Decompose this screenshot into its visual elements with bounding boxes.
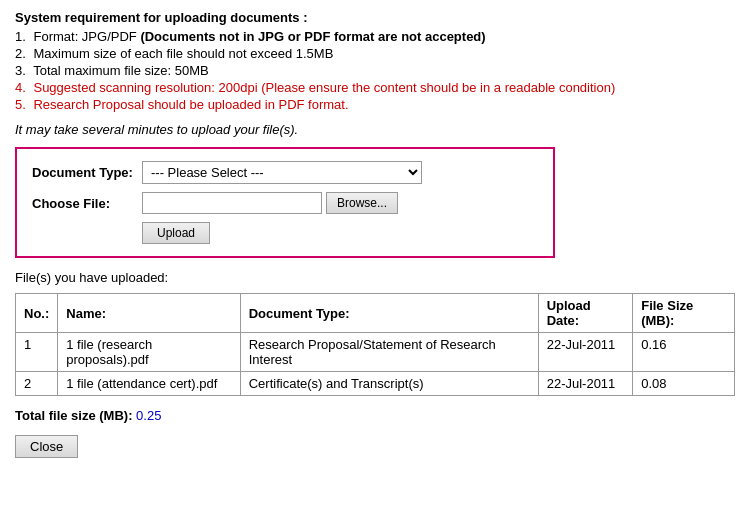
requirements-list: 1. Format: JPG/PDF (Documents not in JPG…	[15, 29, 737, 112]
cell-doc-type: Research Proposal/Statement of Research …	[240, 333, 538, 372]
req-item-4: 4. Suggested scanning resolution: 200dpi…	[15, 80, 737, 95]
table-header-row: No.: Name: Document Type: Upload Date: F…	[16, 294, 735, 333]
total-size-label: Total file size (MB):	[15, 408, 132, 423]
file-input-container: Browse...	[142, 192, 398, 214]
files-table: No.: Name: Document Type: Upload Date: F…	[15, 293, 735, 396]
cell-name: 1 file (research proposals).pdf	[58, 333, 240, 372]
col-upload-date: Upload Date:	[538, 294, 633, 333]
files-uploaded-label: File(s) you have uploaded:	[15, 270, 737, 285]
col-no: No.:	[16, 294, 58, 333]
col-doc-type: Document Type:	[240, 294, 538, 333]
req-item-1: 1. Format: JPG/PDF (Documents not in JPG…	[15, 29, 737, 44]
cell-no: 1	[16, 333, 58, 372]
cell-file-size: 0.08	[633, 372, 735, 396]
table-row: 2 1 file (attendance cert).pdf Certifica…	[16, 372, 735, 396]
upload-button-row: Upload	[32, 222, 538, 244]
cell-doc-type: Certificate(s) and Transcript(s)	[240, 372, 538, 396]
cell-no: 2	[16, 372, 58, 396]
upload-box: Document Type: --- Please Select --- Cho…	[15, 147, 555, 258]
req-item-2: 2. Maximum size of each file should not …	[15, 46, 737, 61]
total-size-container: Total file size (MB): 0.25	[15, 408, 737, 423]
col-file-size: File Size (MB):	[633, 294, 735, 333]
col-name: Name:	[58, 294, 240, 333]
cell-name: 1 file (attendance cert).pdf	[58, 372, 240, 396]
upload-button[interactable]: Upload	[142, 222, 210, 244]
file-text-input[interactable]	[142, 192, 322, 214]
document-type-label: Document Type:	[32, 165, 142, 180]
table-row: 1 1 file (research proposals).pdf Resear…	[16, 333, 735, 372]
document-type-select[interactable]: --- Please Select ---	[142, 161, 422, 184]
document-type-row: Document Type: --- Please Select ---	[32, 161, 538, 184]
total-size-value: 0.25	[136, 408, 161, 423]
upload-note: It may take several minutes to upload yo…	[15, 122, 737, 137]
cell-file-size: 0.16	[633, 333, 735, 372]
req-item-3: 3. Total maximum file size: 50MB	[15, 63, 737, 78]
choose-file-label: Choose File:	[32, 196, 142, 211]
cell-upload-date: 22-Jul-2011	[538, 372, 633, 396]
close-button[interactable]: Close	[15, 435, 78, 458]
req-item-5: 5. Research Proposal should be uploaded …	[15, 97, 737, 112]
cell-upload-date: 22-Jul-2011	[538, 333, 633, 372]
system-req-title: System requirement for uploading documen…	[15, 10, 737, 25]
choose-file-row: Choose File: Browse...	[32, 192, 538, 214]
browse-button[interactable]: Browse...	[326, 192, 398, 214]
